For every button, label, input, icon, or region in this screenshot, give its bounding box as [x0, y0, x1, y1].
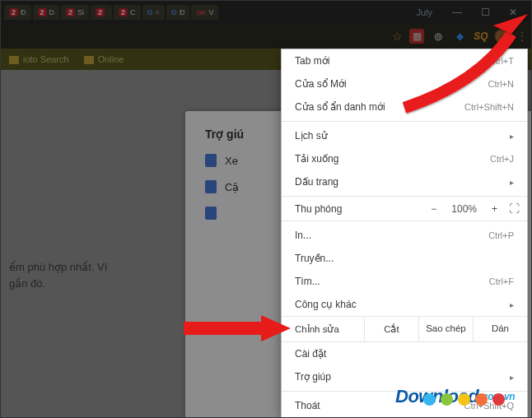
menu-item-print[interactable]: In...Ctrl+P	[282, 224, 527, 247]
menu-item-incognito[interactable]: Cửa sổ ẩn danh mớiCtrl+Shift+N	[282, 95, 527, 118]
browser-tab[interactable]: G×	[142, 5, 165, 20]
close-button[interactable]: ✕	[502, 7, 525, 18]
menu-item-find[interactable]: Tìm...Ctrl+F	[282, 270, 527, 293]
browser-tab[interactable]: 2D	[33, 5, 60, 20]
menu-separator	[282, 221, 527, 221]
tab-strip: 2Đ 2D 2Si 2 2C G× GĐ GKV	[4, 5, 406, 20]
fullscreen-icon[interactable]: ⛶	[509, 202, 519, 215]
window-controls: — ☐ ✕	[442, 7, 528, 18]
bookmark-folder[interactable]: Online	[84, 54, 124, 64]
menu-item-cast[interactable]: Truyền...	[282, 247, 527, 270]
browser-tab[interactable]: 2	[91, 5, 112, 20]
minimize-button[interactable]: —	[446, 7, 469, 18]
browser-tab[interactable]: 2Si	[61, 5, 89, 20]
extension-icon[interactable]: ◆	[452, 29, 467, 44]
menu-separator	[282, 121, 527, 122]
menu-item-new-tab[interactable]: Tab mớiCtrl+T	[282, 49, 527, 72]
menu-item-bookmarks[interactable]: Dấu trang▸	[282, 170, 527, 193]
window-title: July	[406, 7, 442, 17]
menu-item-settings[interactable]: Cài đặt	[282, 342, 527, 365]
zoom-out-button[interactable]: −	[427, 203, 440, 215]
title-bar: 2Đ 2D 2Si 2 2C G× GĐ GKV July — ☐ ✕	[1, 1, 531, 24]
doc-icon	[205, 154, 217, 167]
extension-icon[interactable]: SQ	[474, 29, 488, 44]
menu-item-downloads[interactable]: Tải xuốngCtrl+J	[282, 147, 527, 170]
zoom-in-button[interactable]: +	[488, 203, 501, 215]
cut-button[interactable]: Cắt	[365, 316, 419, 342]
menu-separator	[282, 196, 527, 197]
chrome-menu-icon[interactable]: ⋮	[516, 30, 526, 43]
menu-item-more-tools[interactable]: Công cụ khác▸	[282, 293, 527, 316]
browser-tab[interactable]: 2C	[114, 5, 141, 20]
edit-label: Chỉnh sửa	[282, 316, 365, 342]
extension-icon[interactable]: ◍	[431, 29, 446, 44]
zoom-value: 100%	[448, 203, 480, 215]
maximize-button[interactable]: ☐	[474, 7, 497, 18]
menu-item-zoom: Thu phóng − 100% + ⛶	[282, 199, 527, 218]
copy-button[interactable]: Sao chép	[419, 316, 474, 342]
menu-separator	[282, 391, 527, 392]
menu-item-help[interactable]: Trợ giúp▸	[282, 365, 527, 388]
menu-item-history[interactable]: Lịch sử▸	[282, 124, 527, 147]
menu-edit-row: Chỉnh sửa Cắt Sao chép Dán	[282, 316, 527, 342]
browser-tab[interactable]: 2Đ	[4, 5, 31, 20]
toolbar: ☆ ▦ ◍ ◆ SQ ● ⋮	[1, 24, 531, 49]
browser-tab[interactable]: GĐ	[166, 5, 190, 20]
watermark-dots	[423, 393, 505, 406]
bookmark-folder[interactable]: ioto Search	[9, 54, 69, 64]
paste-button[interactable]: Dán	[474, 316, 527, 342]
chrome-menu: Tab mớiCtrl+T Cửa sổ MớiCtrl+N Cửa sổ ẩn…	[281, 49, 528, 418]
page-text: ếm phù hợp nhất. Ví gần đó.	[9, 259, 174, 291]
extension-icon[interactable]: ●	[495, 29, 510, 44]
doc-icon	[205, 207, 217, 220]
menu-item-new-window[interactable]: Cửa sổ MớiCtrl+N	[282, 72, 527, 95]
doc-icon	[205, 180, 217, 193]
extension-icon[interactable]: ▦	[409, 29, 424, 44]
zoom-label: Thu phóng	[295, 203, 427, 215]
browser-tab[interactable]: GKV	[191, 5, 218, 20]
bookmark-star-icon[interactable]: ☆	[392, 30, 403, 43]
